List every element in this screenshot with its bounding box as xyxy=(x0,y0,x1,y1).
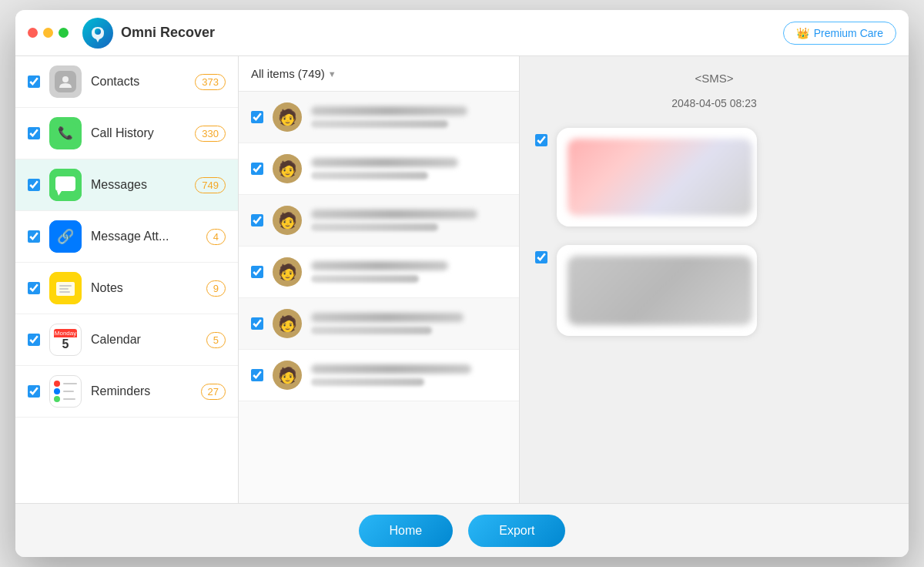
contacts-label: Contacts xyxy=(91,75,186,89)
chat-bubble-container-1 xyxy=(535,128,893,226)
item-4-avatar: 🧑 xyxy=(273,257,302,287)
export-button[interactable]: Export xyxy=(468,515,565,547)
main-content: Contacts 373 📞 Call History 330 xyxy=(15,56,909,503)
calendar-header: Monday xyxy=(54,329,77,337)
contacts-badge: 373 xyxy=(195,74,226,90)
premium-care-button[interactable]: 👑 Premium Care xyxy=(783,22,896,45)
svg-point-1 xyxy=(95,29,101,35)
filter-bar: All items (749) ▼ xyxy=(239,56,519,92)
item-1-content xyxy=(311,106,507,128)
notes-icon xyxy=(49,272,82,304)
message-att-label: Message Att... xyxy=(91,230,197,243)
call-history-label: Call History xyxy=(91,126,186,140)
message-att-checkbox[interactable] xyxy=(28,230,40,243)
contacts-checkbox[interactable] xyxy=(28,75,40,88)
reminders-label: Reminders xyxy=(91,384,192,398)
messages-label: Messages xyxy=(91,178,186,192)
item-5-content xyxy=(311,313,507,334)
logo-area: Omni Recover xyxy=(81,16,783,50)
message-att-icon: 🔗 xyxy=(49,220,82,253)
svg-rect-13 xyxy=(59,285,72,287)
calendar-checkbox[interactable] xyxy=(28,334,40,346)
item-6-checkbox[interactable] xyxy=(251,369,263,381)
item-3-avatar: 🧑 xyxy=(273,206,302,235)
list-item[interactable]: 🧑 xyxy=(239,195,519,247)
app-window: Omni Recover 👑 Premium Care Contacts xyxy=(15,10,909,557)
reminders-dots xyxy=(54,381,77,402)
contacts-icon xyxy=(49,65,82,98)
sidebar-item-message-att[interactable]: 🔗 Message Att... 4 xyxy=(15,211,238,263)
calendar-icon: Monday 5 xyxy=(49,324,82,356)
item-2-checkbox[interactable] xyxy=(251,163,263,175)
reminders-icon xyxy=(49,375,82,408)
item-3-content xyxy=(311,210,507,231)
notes-label: Notes xyxy=(91,281,197,295)
calendar-day: 5 xyxy=(54,337,77,351)
sidebar: Contacts 373 📞 Call History 330 xyxy=(15,56,239,503)
svg-rect-15 xyxy=(59,291,70,293)
svg-text:🔗: 🔗 xyxy=(57,228,75,245)
sidebar-item-contacts[interactable]: Contacts 373 xyxy=(15,56,238,108)
minimize-button[interactable] xyxy=(43,28,53,38)
item-1-checkbox[interactable] xyxy=(251,111,263,123)
reminders-checkbox[interactable] xyxy=(28,385,40,398)
crown-icon: 👑 xyxy=(796,27,809,39)
call-history-icon: 📞 xyxy=(49,117,82,149)
bottom-bar: Home Export xyxy=(15,503,909,557)
sidebar-item-reminders[interactable]: Reminders 27 xyxy=(15,366,238,418)
svg-rect-7 xyxy=(55,176,75,191)
message-list: 🧑 🧑 🧑 xyxy=(239,92,519,503)
item-4-checkbox[interactable] xyxy=(251,266,263,278)
bubble-1-checkbox[interactable] xyxy=(535,134,547,146)
home-button[interactable]: Home xyxy=(359,515,454,547)
chevron-down-icon: ▼ xyxy=(328,69,336,79)
notes-checkbox[interactable] xyxy=(28,282,40,294)
sms-label: <SMS> xyxy=(535,72,893,85)
app-name: Omni Recover xyxy=(121,25,215,41)
call-history-badge: 330 xyxy=(195,126,226,142)
list-item[interactable]: 🧑 xyxy=(239,92,519,143)
item-5-avatar: 🧑 xyxy=(273,309,302,338)
close-button[interactable] xyxy=(28,28,38,38)
app-logo xyxy=(81,16,115,50)
item-2-content xyxy=(311,158,507,179)
bubble-2-checkbox[interactable] xyxy=(535,251,547,263)
messages-badge: 749 xyxy=(195,177,226,193)
sidebar-item-calendar[interactable]: Monday 5 Calendar 5 xyxy=(15,314,238,366)
svg-point-3 xyxy=(62,76,69,82)
call-history-checkbox[interactable] xyxy=(28,127,40,139)
calendar-badge: 5 xyxy=(206,332,226,348)
list-item[interactable]: 🧑 xyxy=(239,350,519,401)
reminders-badge: 27 xyxy=(201,384,226,400)
item-5-checkbox[interactable] xyxy=(251,317,263,330)
sidebar-item-call-history[interactable]: 📞 Call History 330 xyxy=(15,108,238,159)
svg-rect-14 xyxy=(59,288,69,290)
titlebar: Omni Recover 👑 Premium Care xyxy=(15,10,909,56)
list-item[interactable]: 🧑 xyxy=(239,247,519,298)
item-3-checkbox[interactable] xyxy=(251,214,263,226)
list-item[interactable]: 🧑 xyxy=(239,298,519,350)
calendar-label: Calendar xyxy=(91,333,197,347)
item-1-avatar: 🧑 xyxy=(273,102,302,132)
message-att-badge: 4 xyxy=(206,229,226,245)
svg-text:📞: 📞 xyxy=(58,126,73,140)
chat-bubble-container-2 xyxy=(535,245,893,336)
right-panel: <SMS> 2048-04-05 08:23 xyxy=(520,56,909,503)
item-6-content xyxy=(311,364,507,386)
sidebar-item-messages[interactable]: Messages 749 xyxy=(15,159,238,211)
bubble-1-content xyxy=(567,139,752,216)
list-item[interactable]: 🧑 xyxy=(239,143,519,195)
maximize-button[interactable] xyxy=(59,28,69,38)
middle-panel: All items (749) ▼ 🧑 🧑 xyxy=(239,56,520,503)
message-timestamp: 2048-04-05 08:23 xyxy=(535,97,893,109)
item-6-avatar: 🧑 xyxy=(273,361,302,390)
filter-dropdown[interactable]: All items (749) ▼ xyxy=(251,67,507,80)
item-2-avatar: 🧑 xyxy=(273,154,302,183)
notes-badge: 9 xyxy=(206,280,226,297)
sidebar-item-notes[interactable]: Notes 9 xyxy=(15,263,238,314)
chat-bubble-2 xyxy=(557,245,757,336)
chat-bubble-1 xyxy=(557,128,757,226)
item-4-content xyxy=(311,261,507,283)
messages-checkbox[interactable] xyxy=(28,179,40,191)
traffic-lights xyxy=(28,28,69,38)
